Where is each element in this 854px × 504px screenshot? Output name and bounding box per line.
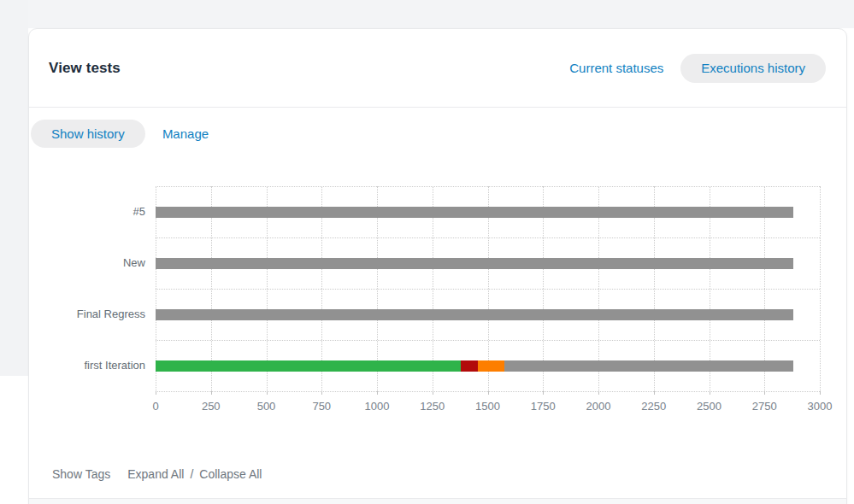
expand-all-link[interactable]: Expand All	[127, 467, 184, 481]
x-axis-tick	[654, 391, 655, 395]
x-axis-tick-label: 500	[257, 400, 276, 413]
x-axis-tick-label: 750	[312, 400, 331, 413]
x-axis-tick-label: 3000	[808, 400, 833, 413]
x-axis-tick	[321, 391, 322, 395]
bar-segment-untested[interactable]	[156, 207, 793, 218]
bar-segment-untested[interactable]	[156, 309, 793, 320]
show-history-button[interactable]: Show history	[31, 120, 145, 148]
show-tags-link[interactable]: Show Tags	[52, 467, 110, 481]
category-label: first Iteration	[84, 359, 145, 372]
page-left-background-strip	[0, 0, 28, 376]
x-axis-tick-label: 1250	[420, 400, 445, 413]
bottom-links: Show Tags Expand All / Collapse All	[52, 466, 262, 482]
bar-segment-untested[interactable]	[156, 258, 793, 269]
x-axis-tick-label: 1500	[475, 400, 500, 413]
bar-segment-untested[interactable]	[504, 360, 793, 372]
chart-plot-area: 0250500750100012501500175020002250250027…	[156, 186, 820, 391]
collapse-all-link[interactable]: Collapse All	[199, 467, 262, 481]
x-axis-tick-label: 2000	[586, 400, 611, 413]
bar-segment-passed[interactable]	[156, 360, 461, 372]
page: View tests Current statuses Executions h…	[0, 0, 854, 504]
x-axis-tick-label: 2500	[697, 400, 721, 413]
page-top-background-strip	[0, 0, 854, 28]
x-axis-tick-label: 2750	[752, 400, 777, 413]
x-axis-tick-label: 250	[202, 400, 221, 413]
page-title: View tests	[49, 60, 121, 77]
execution-bar[interactable]	[156, 309, 793, 320]
x-axis-tick	[211, 391, 212, 395]
bar-segment-failed[interactable]	[461, 360, 477, 372]
x-axis-tick	[598, 391, 599, 395]
chart-category-labels: #5NewFinal Regressfirst Iteration	[29, 186, 156, 391]
tab-current-statuses[interactable]: Current statuses	[569, 61, 663, 75]
x-axis-tick	[543, 391, 544, 395]
x-axis-tick	[433, 391, 433, 395]
x-axis-tick-label: 2250	[641, 400, 666, 413]
x-axis-tick	[820, 391, 821, 395]
category-label: Final Regress	[77, 308, 145, 321]
vertical-gridline	[820, 186, 821, 391]
executions-history-chart: #5NewFinal Regressfirst Iteration 025050…	[29, 186, 846, 417]
manage-link[interactable]: Manage	[162, 126, 209, 141]
x-axis-tick-label: 1750	[531, 400, 556, 413]
next-section-strip	[29, 498, 846, 504]
x-axis-tick	[764, 391, 765, 395]
links-separator: /	[190, 467, 193, 481]
header-view-switcher: Current statuses Executions history	[569, 54, 826, 83]
toolbar: Show history Manage	[31, 120, 209, 148]
x-axis-tick-label: 0	[152, 400, 158, 413]
x-axis-tick	[488, 391, 489, 395]
x-axis-tick	[267, 391, 268, 395]
category-label: New	[123, 256, 145, 270]
x-axis-tick	[156, 391, 156, 395]
card-header: View tests Current statuses Executions h…	[29, 29, 846, 108]
execution-bar[interactable]	[156, 258, 793, 269]
x-axis-tick	[710, 391, 710, 395]
tab-executions-history[interactable]: Executions history	[680, 54, 826, 83]
view-tests-card: View tests Current statuses Executions h…	[28, 28, 847, 504]
category-label: #5	[133, 205, 145, 219]
bar-segment-broken[interactable]	[478, 360, 504, 372]
execution-bar[interactable]	[156, 360, 793, 372]
x-axis-tick-label: 1000	[365, 400, 390, 413]
x-axis-tick	[377, 391, 378, 395]
execution-bar[interactable]	[156, 207, 793, 218]
